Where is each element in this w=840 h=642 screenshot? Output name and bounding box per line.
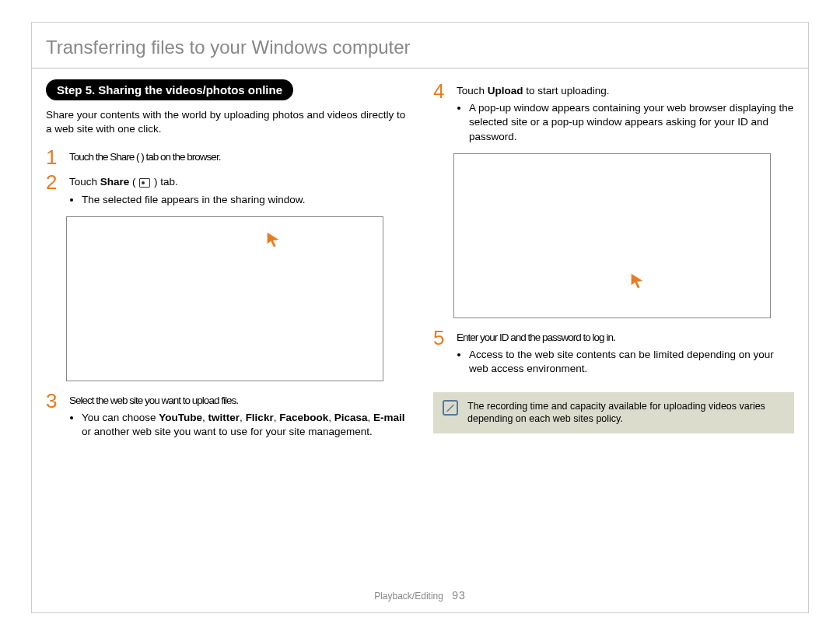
step-3: 3 Select the web site you want to upload… (46, 391, 407, 441)
s3-site-facebook: Facebook (279, 412, 328, 423)
step-5-bullets: Access to the web site contents can be l… (457, 348, 794, 376)
step-number-4: 4 (433, 81, 450, 101)
step-2-bullet-1: The selected file appears in the sharing… (82, 193, 407, 207)
cursor-icon (264, 230, 282, 250)
screenshot-placeholder-left (66, 216, 383, 381)
s3-site-picasa: Picasa (334, 412, 368, 423)
step-3-text: Select the web site you want to upload f… (69, 395, 238, 406)
s3-site-email: E-mail (373, 412, 405, 423)
s3-site-flickr: Flickr (246, 412, 274, 423)
step-2-bullets: The selected file appears in the sharing… (69, 193, 407, 207)
step-4-label: Upload (488, 85, 523, 96)
step-number-2: 2 (46, 172, 63, 192)
step-3-bullets: You can choose YouTube, twitter, Flickr,… (69, 411, 407, 439)
step-3-bullet-1: You can choose YouTube, twitter, Flickr,… (82, 411, 407, 439)
note-icon (443, 400, 458, 416)
step-2: 2 Touch Share ( ) tab. The selected file… (46, 172, 407, 208)
right-column: 4 Touch Upload to start uploading. A pop… (433, 79, 794, 441)
note-text: The recording time and capacity availabl… (467, 400, 785, 426)
s3-text-pre: You can choose (82, 412, 159, 423)
step-1: 1 Touch the Share ( ) tab on the browser… (46, 147, 407, 167)
cursor-icon (628, 271, 646, 291)
step-5-bullet-1: Access to the web site contents can be l… (469, 348, 794, 376)
page-footer: Playback/Editing 93 (32, 589, 808, 602)
share-icon (139, 178, 150, 188)
page-title: Transferring files to your Windows compu… (32, 23, 808, 58)
step-number-3: 3 (46, 391, 63, 411)
step-number-1: 1 (46, 147, 63, 167)
content-columns: Step 5. Sharing the videos/photos online… (32, 68, 808, 441)
s3-site-twitter: twitter (208, 412, 240, 423)
intro-text: Share your contents with the world by up… (46, 108, 407, 136)
step-badge: Step 5. Sharing the videos/photos online (46, 79, 293, 100)
step-2-label: Share (100, 176, 130, 188)
note-box: The recording time and capacity availabl… (433, 392, 794, 434)
footer-section: Playback/Editing (374, 591, 443, 602)
step-5-text: Enter your ID and the password to log in… (457, 332, 615, 343)
screenshot-placeholder-right (453, 153, 771, 318)
step-1-text: Touch the Share ( ) tab on the browser. (69, 151, 220, 163)
step-5: 5 Enter your ID and the password to log … (433, 328, 794, 378)
s3-text-post: or another web site you want to use for … (82, 426, 373, 437)
step-4-bullets: A pop-up window appears containing your … (457, 101, 794, 144)
manual-page: Transferring files to your Windows compu… (31, 22, 809, 613)
s3-site-youtube: YouTube (159, 412, 202, 423)
step-4-bullet-1: A pop-up window appears containing your … (469, 101, 794, 144)
left-column: Step 5. Sharing the videos/photos online… (46, 79, 407, 441)
step-number-5: 5 (433, 328, 450, 348)
step-4: 4 Touch Upload to start uploading. A pop… (433, 81, 794, 146)
footer-page-number: 93 (452, 589, 466, 602)
